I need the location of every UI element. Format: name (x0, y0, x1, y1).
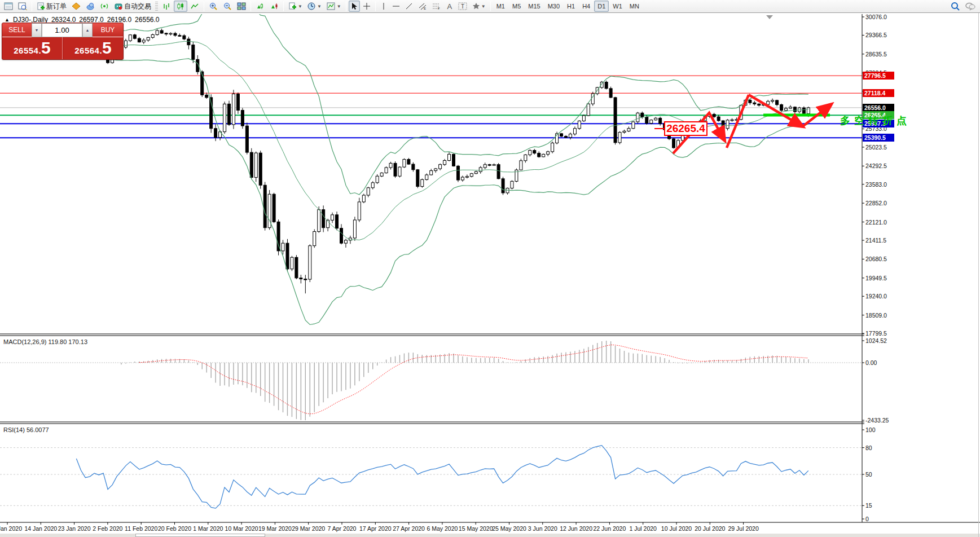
date-tick-label[interactable]: 17 Apr 2020 (359, 525, 392, 532)
candlestick-chart-icon[interactable] (174, 1, 187, 12)
date-tick-label[interactable]: 3 Jun 2020 (528, 525, 557, 532)
tab-timeframe-m1[interactable]: M1 (493, 1, 508, 12)
vertical-line-icon[interactable] (378, 1, 389, 12)
equidistant-channel-icon[interactable]: E (416, 1, 429, 12)
date-tick-label[interactable]: 19 Mar 2020 (258, 525, 292, 532)
periods-dropdown[interactable]: ▼ (305, 1, 324, 12)
date-tick-label[interactable]: 22 Jun 2020 (593, 525, 626, 532)
auto-scroll-icon[interactable] (253, 1, 267, 12)
fibonacci-icon[interactable]: F (430, 1, 443, 12)
candle-body (538, 153, 540, 157)
virtual-hosting-icon[interactable] (84, 1, 97, 12)
toolbar-separator (375, 1, 376, 11)
volume-decrease-button[interactable]: ▼ (32, 23, 42, 37)
tab-timeframe-h1[interactable]: H1 (564, 1, 578, 12)
metaeditor-icon[interactable] (69, 1, 83, 12)
volume-input[interactable]: 1.00 (42, 23, 82, 37)
market-profile-icon[interactable] (16, 1, 29, 12)
chart-shift-icon[interactable] (267, 1, 281, 12)
date-tick-label[interactable]: 15 May 2020 (459, 525, 493, 532)
sell-price[interactable]: 26554.5 (2, 37, 62, 60)
cursor-icon[interactable] (349, 1, 360, 12)
price-tick-label: 24292.5 (865, 162, 887, 169)
candle-body (380, 173, 383, 177)
tab-timeframe-m5[interactable]: M5 (509, 1, 524, 12)
new-chart-window-icon[interactable] (2, 1, 15, 12)
date-tick-label[interactable]: 2 Feb 2020 (93, 525, 122, 532)
buy-price[interactable]: 26564.5 (63, 37, 123, 60)
toolbar-separator (204, 1, 204, 11)
horizontal-scrollbar[interactable] (0, 534, 980, 537)
search-icon[interactable] (948, 1, 963, 12)
date-tick-label[interactable]: 20 Jul 2020 (695, 525, 725, 532)
candle-body (493, 165, 495, 166)
chat-icon[interactable] (963, 1, 978, 12)
tab-timeframe-m15[interactable]: M15 (525, 1, 543, 12)
annotation-price-label[interactable]: 26265.4 (664, 121, 707, 136)
zoom-in-icon[interactable] (206, 1, 220, 12)
text-icon[interactable]: A (444, 1, 455, 12)
crosshair-icon[interactable] (361, 1, 373, 12)
date-tick-label[interactable]: 14 Jan 2020 (24, 525, 57, 532)
price-level-label-27118.4[interactable]: 27118.4 (863, 89, 894, 97)
autotrading-button[interactable]: 自动交易 (112, 1, 153, 12)
date-tick-label[interactable]: 10 Mar 2020 (225, 525, 258, 532)
indicators-dropdown[interactable]: ▼ (324, 1, 344, 12)
price-tick-label: 20680.5 (865, 256, 887, 262)
horizontal-line-icon[interactable] (390, 1, 402, 12)
candle-body (147, 37, 150, 40)
candle-body (151, 34, 154, 37)
date-tick-label[interactable]: 10 Jul 2020 (661, 525, 692, 532)
price-level-label-27796.5[interactable]: 27796.5 (863, 72, 894, 80)
line-chart-icon[interactable] (188, 1, 201, 12)
collapse-panel-icon[interactable]: ▲ (5, 17, 10, 23)
date-tick-label[interactable]: 1 Mar 2020 (193, 525, 223, 532)
candle-body (129, 35, 131, 41)
toolbar: 新订单 自动交易 (0, 0, 980, 13)
date-tick-label[interactable]: 11 Feb 2020 (125, 525, 157, 532)
candle-body (587, 104, 590, 116)
candle-body (398, 167, 401, 176)
window-border (978, 0, 979, 537)
date-tick-label[interactable]: 29 Mar 2020 (292, 525, 325, 532)
sell-button[interactable]: SELL (2, 23, 32, 37)
date-tick-label[interactable]: 6 May 2020 (427, 525, 458, 532)
date-tick-label[interactable]: 23 Jan 2020 (58, 525, 91, 532)
bar-chart-icon[interactable] (160, 1, 173, 12)
date-tick-label[interactable]: 1 Jul 2020 (629, 525, 656, 532)
date-tick-label[interactable]: 25 May 2020 (492, 525, 526, 532)
date-tick-label[interactable]: 7 Apr 2020 (328, 525, 357, 532)
shapes-dropdown[interactable]: ▼ (470, 1, 488, 12)
tab-timeframe-mn[interactable]: MN (626, 1, 643, 12)
candle-body (430, 171, 433, 175)
price-level-label-26556.0[interactable]: 26556.0 (863, 104, 894, 112)
new-order-button[interactable]: 新订单 (34, 1, 69, 12)
price-level-label-25390.5[interactable]: 25390.5 (863, 134, 894, 142)
zoom-out-icon[interactable] (221, 1, 234, 12)
trendline-icon[interactable] (403, 1, 415, 12)
text-label-icon[interactable]: T (456, 1, 469, 12)
tab-timeframe-w1[interactable]: W1 (609, 1, 626, 12)
buy-button[interactable]: BUY (93, 23, 123, 37)
chart-canvas[interactable] (0, 14, 980, 537)
date-tick-label[interactable]: 12 Jun 2020 (560, 525, 592, 532)
volume-increase-button[interactable]: ▲ (82, 23, 93, 37)
tab-timeframe-d1[interactable]: D1 (594, 1, 609, 12)
candle-body (434, 169, 437, 171)
signals-icon[interactable] (98, 1, 111, 12)
tab-timeframe-m30[interactable]: M30 (544, 1, 563, 12)
tile-windows-icon[interactable] (235, 1, 248, 12)
candle-body (465, 177, 468, 178)
new-order-dropdown[interactable]: ▼ (286, 1, 305, 12)
candle-body (582, 116, 585, 121)
annotation-cn-text[interactable]: 多空转折点 (840, 114, 911, 127)
tab-timeframe-h4[interactable]: H4 (579, 1, 594, 12)
date-tick-label[interactable]: 27 Apr 2020 (393, 525, 425, 532)
candle-body (403, 160, 406, 168)
toolbar-separator (346, 1, 346, 11)
date-tick-label[interactable]: 29 Jul 2020 (728, 525, 758, 532)
scrollbar-thumb[interactable] (135, 534, 265, 537)
date-tick-label[interactable]: 5 Jan 2020 (0, 525, 22, 532)
date-tick-label[interactable]: 20 Feb 2020 (158, 525, 191, 532)
ohlc-close: 26556.0 (135, 16, 159, 24)
